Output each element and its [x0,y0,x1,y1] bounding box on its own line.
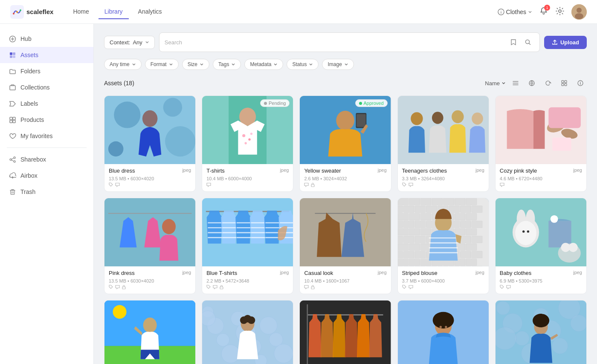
favorites-icon [9,132,16,140]
svg-point-188 [522,230,525,232]
svg-point-204 [221,345,240,363]
svg-point-1 [13,13,14,14]
asset-card[interactable]: Pending T-shirts jpeg 10.4 MB • 6000×400… [202,95,293,192]
filter-tags-label: Tags [218,61,229,67]
notifications-bell[interactable]: 1 [539,6,548,17]
asset-thumbnail [104,300,195,364]
filter-anytime[interactable]: Any time [104,59,142,70]
sidebar-item-products[interactable]: Products [0,112,93,128]
status-chevron-icon [309,62,313,66]
globe-view-button[interactable] [525,77,538,90]
main-content: Context: Any [94,24,597,364]
asset-card[interactable]: Dress party jpeg 3 MB • 5531×3692 [202,300,293,364]
chat-icon [409,285,413,290]
sidebar-item-help[interactable]: Help [0,362,93,364]
svg-rect-129 [472,221,482,228]
sidebar-item-airbox[interactable]: Airbox [0,168,93,184]
asset-info: Blue T-shirts jpeg 2.2 MB • 5472×3648 [202,266,293,294]
svg-rect-101 [420,198,431,205]
asset-card[interactable]: Blue hills jpeg 3 MB • 5531×3692 [495,300,587,364]
svg-point-190 [551,215,558,223]
svg-rect-105 [466,198,476,205]
sidebar-item-folders[interactable]: Folders [0,63,93,79]
refresh-button[interactable] [542,77,554,90]
svg-rect-14 [13,55,15,58]
bookmark-search-button[interactable] [507,36,520,49]
sidebar-item-favorites[interactable]: My favorites [0,128,93,144]
svg-rect-100 [409,198,420,205]
filter-list-button[interactable] [509,77,522,90]
filter-status[interactable]: Status [287,59,319,70]
svg-point-231 [515,331,529,346]
context-selector[interactable]: Context: Any [104,36,155,49]
sidebar-item-trash[interactable]: Trash [0,184,93,200]
nav-analytics[interactable]: Analytics [132,5,168,19]
settings-button[interactable] [555,6,565,17]
grid-view-button[interactable] [558,77,571,90]
sidebar-item-hub[interactable]: Hub [0,31,93,47]
sidebar-item-assets[interactable]: Assets [0,47,93,63]
workspace-selector[interactable]: i Clothes [498,9,532,15]
filter-tags[interactable]: Tags [213,59,241,70]
sidebar-item-collections[interactable]: Collections [0,79,93,95]
svg-point-198 [143,318,157,333]
asset-size-dimensions: 2.6 MB • 3024×4032 [304,176,347,181]
filter-format[interactable]: Format [145,59,179,70]
svg-point-48 [336,111,355,130]
svg-point-6 [559,10,561,12]
chevron-down-icon [528,10,532,14]
filter-image[interactable]: Image [322,59,354,70]
svg-point-227 [445,326,447,328]
asset-card[interactable]: Striped blouse jpeg 3.7 MB • 6000×4000 [397,198,489,294]
svg-rect-111 [449,206,460,213]
svg-rect-117 [420,213,431,220]
svg-rect-103 [443,198,454,205]
svg-point-8 [577,8,582,13]
asset-card[interactable]: Casual look jpeg 10.4 MB • 1600×1067 [299,198,391,294]
filter-size[interactable]: Size [182,59,209,70]
info-view-button[interactable] [574,77,587,90]
sidebar-item-sharebox[interactable]: Sharebox [0,151,93,168]
asset-name: Casual look [304,270,333,276]
asset-card[interactable]: Approved Yellow sweater jpeg 2.6 MB • 30… [299,95,391,192]
asset-card[interactable]: Blue dress jpeg 13.5 MB • 6030×4020 [104,95,196,192]
asset-card[interactable]: Blue sweater jpeg 3 MB • 5531×3692 [397,300,489,364]
svg-rect-163 [398,259,409,266]
asset-thumbnail: Pending [202,96,293,164]
nav-library[interactable]: Library [99,5,129,19]
asset-card[interactable]: Pink dress jpeg 13.5 MB • 6030×4020 [104,198,196,294]
svg-point-238 [496,327,516,350]
asset-card[interactable]: Sportswear jpeg 3.3 MB • 5184×3456 [104,300,196,364]
sidebar-divider [7,147,87,148]
sharebox-icon [9,156,16,163]
sort-label: Name [485,80,500,87]
svg-rect-123 [403,221,414,228]
asset-card[interactable]: Dresses jpeg 3 MB • 5531×3692 [299,300,391,364]
svg-point-9 [575,13,583,19]
filter-metadata[interactable]: Metadata [244,59,283,70]
search-input[interactable] [165,39,504,46]
assets-count: 18 [126,80,133,87]
trash-icon [9,188,16,196]
search-button[interactable] [522,36,534,49]
asset-card[interactable]: Cozy pink style jpeg 4.6 MB • 6720×4480 [495,95,587,192]
svg-point-229 [496,301,510,315]
user-avatar[interactable] [571,4,587,20]
upload-button[interactable]: Upload [544,36,587,49]
asset-card[interactable]: Baby clothes jpeg 6.9 MB • 5300×3975 [495,198,587,294]
nav-home[interactable]: Home [67,5,95,19]
app-logo[interactable]: scaleflex [10,5,53,19]
anytime-chevron-icon [132,62,136,66]
format-chevron-icon [169,62,173,66]
sidebar-item-labels[interactable]: Labels [0,95,93,112]
asset-card[interactable]: Teenagers clothes jpeg 3.3 MB • 3264×408… [397,95,489,192]
assets-title-text: Assets [104,80,122,87]
tag-icon [109,182,113,188]
asset-thumbnail [398,198,489,266]
sort-selector[interactable]: Name [485,80,506,87]
asset-info: Yellow sweater jpeg 2.6 MB • 3024×4032 [300,164,391,191]
asset-card[interactable]: Blue T-shirts jpeg 2.2 MB • 5472×3648 [202,198,293,294]
top-navigation: Home Library Analytics [67,5,497,19]
asset-name: Striped blouse [402,270,438,276]
sidebar-bottom: Help Collapse menu [0,362,93,364]
